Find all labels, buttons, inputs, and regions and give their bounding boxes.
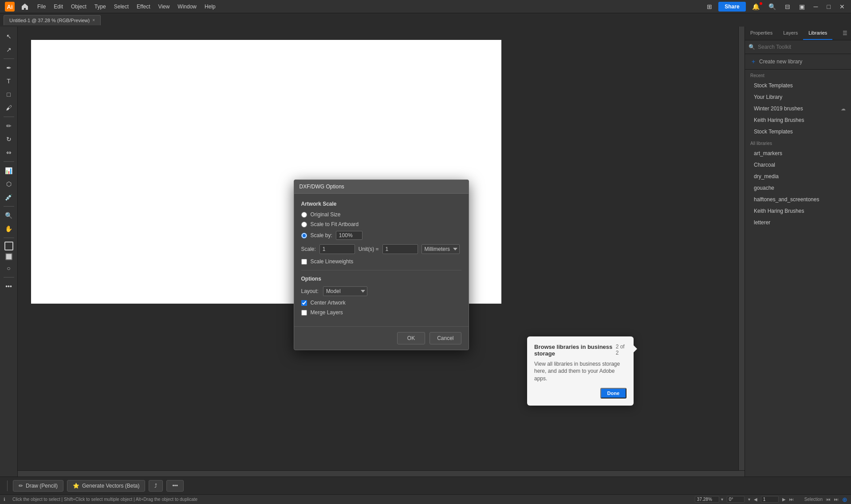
share-button[interactable]: Share bbox=[718, 2, 745, 12]
all-item-4[interactable]: halftones_and_screentones bbox=[745, 194, 851, 205]
scale-by-radio[interactable] bbox=[301, 233, 307, 238]
draw-pencil-button[interactable]: ✏ Draw (Pencil) bbox=[13, 480, 63, 492]
tooltip-footer: Done bbox=[534, 388, 626, 399]
menu-type[interactable]: Type bbox=[91, 2, 110, 12]
recent-item-3[interactable]: Keith Haring Brushes bbox=[745, 114, 851, 126]
all-item-1[interactable]: Charcoal bbox=[745, 159, 851, 171]
search-icon[interactable]: 🔍 bbox=[766, 2, 779, 11]
prev-frame-icon[interactable]: ◀ bbox=[754, 497, 757, 502]
panel-search: 🔍 bbox=[745, 40, 851, 54]
timeline-end-icon[interactable]: ⏭ bbox=[834, 497, 839, 502]
maximize-icon[interactable]: □ bbox=[824, 2, 833, 11]
search-input[interactable] bbox=[758, 44, 847, 50]
ok-button[interactable]: OK bbox=[397, 332, 425, 344]
minimize-icon[interactable]: ─ bbox=[811, 2, 821, 11]
tab-close-button[interactable]: × bbox=[92, 18, 95, 23]
menu-select[interactable]: Select bbox=[110, 2, 132, 12]
all-item-3[interactable]: gouache bbox=[745, 182, 851, 194]
pen-tool[interactable]: ✒ bbox=[3, 62, 15, 74]
tooltip-popup: Browse libraries in business storage 2 o… bbox=[527, 336, 634, 406]
menu-file[interactable]: File bbox=[34, 2, 49, 12]
close-icon[interactable]: ✕ bbox=[837, 2, 847, 11]
frame-input[interactable] bbox=[761, 496, 779, 503]
recent-item-2[interactable]: Winter 2019 brushes ☁ bbox=[745, 103, 851, 114]
graph-tool[interactable]: 📊 bbox=[3, 164, 15, 177]
all-item-0[interactable]: art_markers bbox=[745, 148, 851, 159]
left-toolbar: ↖ ↗ ✒ T □ 🖌 ✏ ↻ ⇔ 📊 ⬡ 💉 🔍 ✋ ○ ••• bbox=[0, 27, 18, 477]
scale-by-row: Scale by: bbox=[301, 231, 461, 240]
recent-item-4[interactable]: Stock Templates bbox=[745, 126, 851, 137]
layout-icon[interactable]: ▣ bbox=[796, 2, 808, 11]
menu-object[interactable]: Object bbox=[67, 2, 90, 12]
cancel-button[interactable]: Cancel bbox=[429, 332, 461, 344]
merge-layers-checkbox[interactable] bbox=[301, 310, 307, 316]
selection-label: Selection bbox=[804, 497, 823, 502]
merge-layers-row: Merge Layers bbox=[301, 309, 461, 316]
create-library-button[interactable]: ＋ Create new library bbox=[745, 54, 851, 70]
all-libraries-label: All libraries bbox=[745, 137, 851, 148]
home-icon[interactable] bbox=[19, 0, 31, 13]
all-item-6[interactable]: letterer bbox=[745, 217, 851, 228]
tab-layers[interactable]: Layers bbox=[778, 27, 803, 40]
workspace-icon[interactable]: ⊟ bbox=[782, 2, 793, 11]
scale-fit-radio[interactable] bbox=[301, 222, 307, 227]
fill-color[interactable] bbox=[4, 242, 13, 250]
hand-tool[interactable]: ✋ bbox=[3, 223, 15, 235]
original-size-radio[interactable] bbox=[301, 212, 307, 218]
status-help-text: Click the object to select | Shift+Click… bbox=[12, 497, 197, 502]
last-frame-icon[interactable]: ⏭ bbox=[789, 497, 794, 502]
more-options-button[interactable]: ••• bbox=[166, 480, 184, 492]
menu-window[interactable]: Window bbox=[174, 2, 200, 12]
stroke-color[interactable] bbox=[5, 253, 12, 260]
scale-lineweights-checkbox[interactable] bbox=[301, 259, 307, 265]
eyedropper-tool[interactable]: 💉 bbox=[3, 191, 15, 203]
menu-view[interactable]: View bbox=[155, 2, 173, 12]
generate-vectors-button[interactable]: ⭐ Generate Vectors (Beta) bbox=[67, 480, 145, 492]
direct-selection-tool[interactable]: ↗ bbox=[3, 43, 15, 56]
next-frame-icon[interactable]: ▶ bbox=[782, 497, 786, 502]
all-item-2[interactable]: dry_media bbox=[745, 171, 851, 182]
toolbar-separator-4 bbox=[4, 206, 14, 207]
add-artboard-icon[interactable]: ⊕ bbox=[842, 496, 847, 503]
tab-properties[interactable]: Properties bbox=[745, 27, 778, 40]
recent-item-0[interactable]: Stock Templates bbox=[745, 80, 851, 91]
center-artwork-checkbox[interactable] bbox=[301, 300, 307, 306]
document-tab[interactable]: Untitled-1 @ 37.28 % (RGB/Preview) × bbox=[4, 15, 101, 25]
menu-edit[interactable]: Edit bbox=[50, 2, 67, 12]
zoom-input[interactable] bbox=[695, 496, 719, 503]
all-item-5[interactable]: Keith Haring Brushes bbox=[745, 205, 851, 217]
zoom-dropdown-icon[interactable]: ▾ bbox=[721, 497, 723, 502]
angle-input[interactable] bbox=[727, 496, 745, 503]
menu-help[interactable]: Help bbox=[201, 2, 219, 12]
pencil-tool[interactable]: ✏ bbox=[3, 120, 15, 132]
selection-tool[interactable]: ↖ bbox=[3, 30, 15, 43]
rotate-tool[interactable]: ↻ bbox=[3, 133, 15, 145]
panel-menu-icon[interactable]: ☰ bbox=[839, 27, 851, 40]
units-select[interactable]: Millimeters bbox=[422, 244, 460, 254]
menu-effect[interactable]: Effect bbox=[133, 2, 154, 12]
recent-item-1[interactable]: Your Library bbox=[745, 91, 851, 103]
canvas-area[interactable]: DXF/DWG Options Artwork Scale Original S… bbox=[18, 27, 745, 477]
blend-tool[interactable]: ⬡ bbox=[3, 178, 15, 190]
tooltip-title: Browse libraries in business storage bbox=[534, 344, 616, 357]
share-artboard-button[interactable]: ⤴ bbox=[149, 480, 163, 492]
notification-icon[interactable]: 🔔 bbox=[749, 2, 762, 11]
type-tool[interactable]: T bbox=[3, 75, 15, 87]
timeline-start-icon[interactable]: ⏮ bbox=[826, 497, 831, 502]
brush-tool[interactable]: 🖌 bbox=[3, 102, 15, 114]
tab-libraries[interactable]: Libraries bbox=[803, 27, 832, 40]
tab-bar: Untitled-1 @ 37.28 % (RGB/Preview) × bbox=[0, 13, 851, 27]
scale-by-input[interactable] bbox=[336, 231, 362, 240]
present-icon[interactable]: ⊞ bbox=[704, 2, 715, 11]
shape-tool[interactable]: □ bbox=[3, 88, 15, 101]
scale-value1-input[interactable] bbox=[319, 244, 355, 254]
tooltip-done-button[interactable]: Done bbox=[600, 388, 627, 399]
scale-value2-input[interactable] bbox=[382, 244, 418, 254]
more-tools[interactable]: ••• bbox=[3, 280, 15, 293]
layout-select[interactable]: Model bbox=[323, 286, 367, 296]
zoom-tool[interactable]: 🔍 bbox=[3, 209, 15, 222]
angle-dropdown-icon[interactable]: ▾ bbox=[748, 497, 750, 502]
mirror-tool[interactable]: ⇔ bbox=[3, 146, 15, 159]
draw-label: Draw (Pencil) bbox=[26, 483, 58, 489]
normal-mode[interactable]: ○ bbox=[3, 262, 15, 274]
